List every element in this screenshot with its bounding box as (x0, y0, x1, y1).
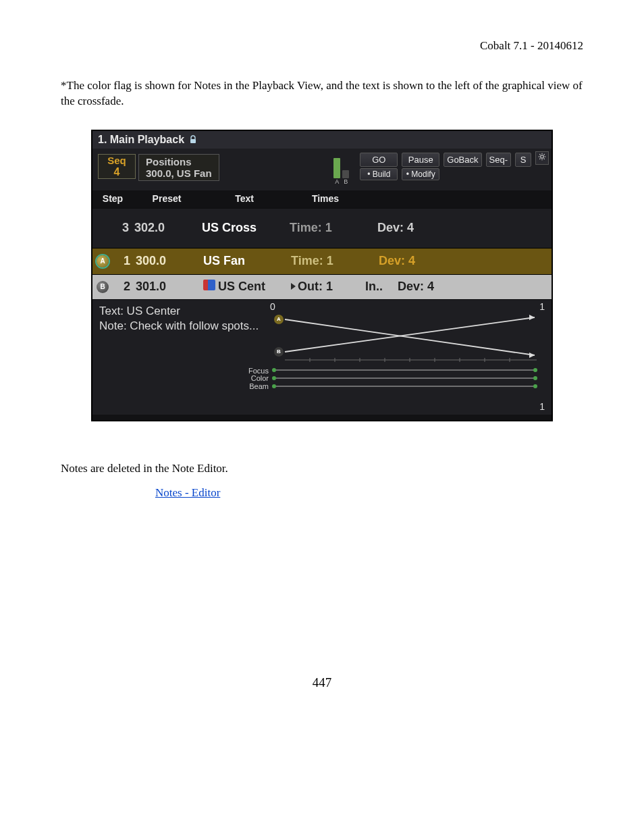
row-b-step: 2 (111, 280, 130, 294)
level-bar-b-label: B (342, 178, 349, 185)
row-a-dev: Dev: 4 (365, 254, 415, 268)
svg-rect-0 (190, 139, 196, 143)
row-a-step: 1 (111, 254, 130, 268)
row-b-preset: 301.0 (130, 280, 203, 294)
seq-number: 4 (99, 166, 135, 178)
padlock-icon (188, 135, 198, 145)
notes-editor-link[interactable]: Notes - Editor (155, 486, 220, 499)
window-title: 1. Main Playback (98, 134, 184, 146)
svg-point-29 (272, 376, 276, 380)
col-text: Text (200, 193, 288, 204)
column-headers: Step Preset Text Times (92, 190, 552, 208)
row-dev: Dev: 4 (364, 221, 414, 235)
row-b-dev: Dev: 4 (394, 280, 434, 294)
sequence-row-a[interactable]: A 1 300.0 US Fan Time: 1 Dev: 4 (92, 248, 552, 274)
playback-view-screenshot: 1. Main Playback Seq 4 Positions 300.0, … (91, 130, 553, 421)
seq-label: Seq (99, 155, 135, 166)
positions-title: Positions (146, 156, 212, 167)
axis-one-bottom: 1 (539, 401, 545, 412)
svg-line-8 (539, 159, 540, 159)
row-b-out: Out: 1 (291, 280, 365, 294)
svg-line-7 (544, 159, 545, 159)
note-flag-icon (203, 280, 215, 290)
go-button[interactable]: GO (360, 153, 398, 167)
row-b-text: US Cent (203, 280, 291, 294)
graph-b-chip-icon: B (274, 347, 284, 357)
row-time: Time: 1 (290, 221, 364, 235)
settings-button[interactable] (535, 151, 549, 165)
positions-box[interactable]: Positions 300.0, US Fan (138, 154, 219, 181)
build-button[interactable]: • Build (360, 168, 398, 180)
text-label: Text: US Center (99, 304, 265, 319)
row-step: 3 (110, 221, 129, 235)
row-a-text: US Fan (203, 254, 291, 268)
window-footer (92, 415, 552, 420)
goback-button[interactable]: GoBack (444, 153, 481, 167)
crossfade-text-block: Text: US Center Note: Check with follow … (92, 300, 270, 415)
svg-point-27 (272, 368, 276, 372)
note-label: Note: Check with follow spots... (99, 319, 265, 334)
intro-paragraph: *The color flag is shown for Notes in th… (61, 78, 583, 109)
overflow-button[interactable]: S (515, 153, 531, 167)
axis-zero: 0 (270, 301, 275, 312)
row-preset: 302.0 (129, 221, 202, 235)
transport-buttons: GO • Build Pause • Modify GoBack Seq- S (360, 153, 549, 180)
col-preset: Preset (133, 193, 200, 204)
outro-paragraph: Notes are deleted in the Note Editor. (61, 462, 583, 475)
level-bar-b (342, 170, 349, 178)
row-text: US Cross (202, 221, 290, 235)
axis-one-top: 1 (539, 301, 545, 312)
window-title-bar: 1. Main Playback (92, 131, 552, 149)
controls-row: Seq 4 Positions 300.0, US Fan A B GO (92, 149, 552, 190)
level-bar-a-label: A (333, 178, 340, 185)
svg-point-32 (533, 384, 537, 388)
svg-marker-23 (529, 315, 535, 320)
crossfade-panel: Text: US Center Note: Check with follow … (92, 299, 552, 415)
seq-box[interactable]: Seq 4 (98, 154, 136, 179)
page-number: 447 (61, 675, 583, 690)
svg-point-30 (533, 376, 537, 380)
svg-point-1 (541, 155, 544, 159)
graph-a-chip-icon: A (274, 315, 284, 324)
ab-level-indicator: A B (333, 158, 352, 185)
svg-line-20 (285, 319, 535, 355)
sequence-row[interactable]: 3 302.0 US Cross Time: 1 Dev: 4 (92, 208, 552, 248)
crossfade-svg (270, 303, 540, 404)
marker-a-icon: A (97, 255, 109, 267)
crossfade-graph: 0 1 1 Focus Color Beam A B (270, 303, 545, 409)
col-step: Step (92, 193, 133, 204)
modify-button[interactable]: • Modify (402, 168, 439, 180)
seq-minus-button[interactable]: Seq- (486, 153, 511, 167)
col-times: Times (288, 193, 363, 204)
svg-marker-21 (529, 353, 535, 358)
play-indicator-icon (291, 283, 296, 290)
pause-button[interactable]: Pause (402, 153, 439, 167)
svg-point-31 (272, 384, 276, 388)
svg-point-28 (533, 368, 537, 372)
positions-value: 300.0, US Fan (146, 167, 212, 179)
document-header: Cobalt 7.1 - 20140612 (61, 39, 583, 53)
sequence-row-b[interactable]: B 2 301.0 US Cent Out: 1 In.. Dev: 4 (92, 274, 552, 299)
svg-line-22 (285, 317, 535, 352)
row-b-in: In.. (365, 280, 394, 294)
svg-line-6 (539, 155, 540, 155)
row-a-preset: 300.0 (130, 254, 203, 268)
marker-b-icon: B (97, 281, 109, 293)
row-a-time: Time: 1 (291, 254, 365, 268)
svg-line-9 (544, 155, 545, 155)
gear-icon (538, 153, 546, 163)
attribute-labels: Focus Color Beam (242, 367, 269, 391)
level-bar-a (333, 158, 340, 178)
